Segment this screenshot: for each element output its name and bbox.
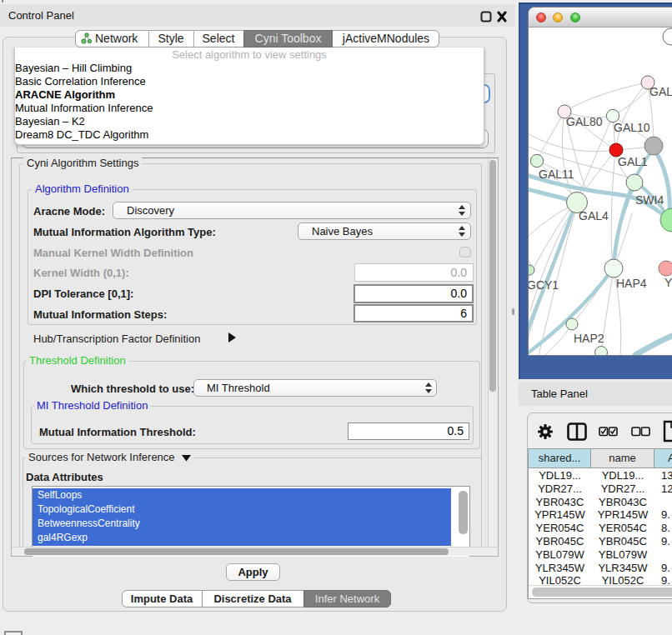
svg-text:GAL1: GAL1: [618, 155, 648, 168]
svg-text:GAL11: GAL11: [539, 168, 574, 181]
svg-text:HAP4: HAP4: [616, 277, 647, 290]
svg-text:GCY1: GCY1: [529, 278, 559, 292]
svg-text:Y: Y: [664, 276, 672, 289]
svg-text:GAL10: GAL10: [614, 121, 650, 134]
svg-text:GAL: GAL: [649, 85, 672, 98]
svg-text:GAL4: GAL4: [579, 209, 609, 222]
svg-text:SWI4: SWI4: [635, 193, 664, 207]
svg-text:GAL80: GAL80: [566, 115, 603, 128]
svg-text:HAP2: HAP2: [574, 332, 604, 345]
